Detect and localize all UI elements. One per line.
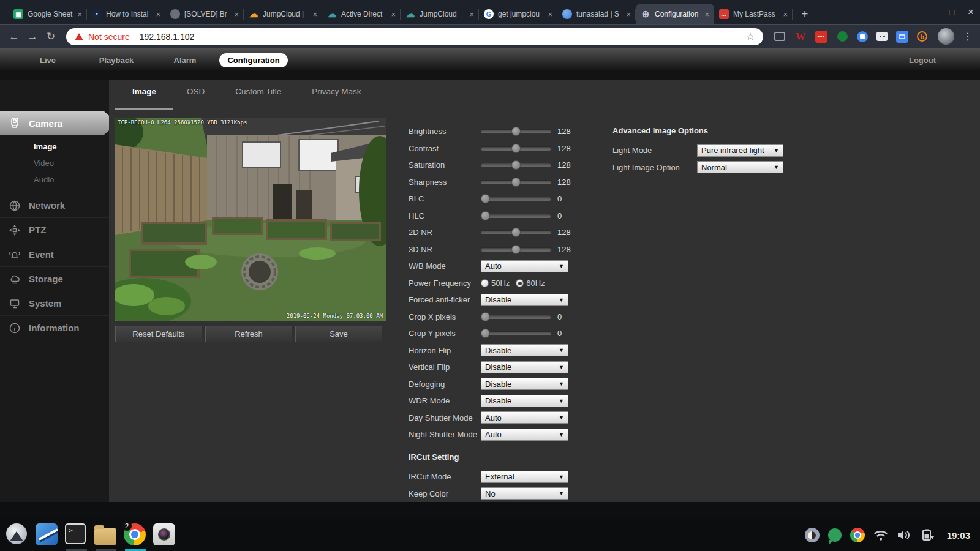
slider-thumb[interactable] bbox=[481, 211, 490, 220]
slider-thumb[interactable] bbox=[511, 178, 521, 187]
close-window-icon[interactable]: × bbox=[968, 6, 974, 18]
url-text[interactable]: 192.168.1.102 bbox=[140, 32, 741, 42]
back-icon[interactable]: ← bbox=[6, 31, 22, 43]
vertical-flip-select[interactable]: Disable▼ bbox=[481, 361, 568, 373]
chrome-tray-icon[interactable] bbox=[850, 528, 865, 542]
logout-button[interactable]: Logout bbox=[909, 48, 936, 72]
crop-y-pixels-slider[interactable] bbox=[481, 329, 551, 338]
keep-color-select[interactable]: No▼ bbox=[481, 487, 568, 500]
slider-thumb[interactable] bbox=[511, 127, 521, 136]
redshift-tray-icon[interactable] bbox=[805, 528, 820, 542]
profile-avatar[interactable] bbox=[938, 28, 954, 45]
forward-icon[interactable]: → bbox=[24, 31, 40, 43]
wdr-mode-select[interactable]: Disable▼ bbox=[481, 395, 568, 407]
tab-close-icon[interactable]: × bbox=[469, 10, 474, 19]
battery-icon[interactable] bbox=[920, 529, 935, 541]
2d-nr-slider[interactable] bbox=[481, 228, 551, 237]
crop-x-pixels-slider[interactable] bbox=[481, 312, 551, 321]
ircut-mode-select[interactable]: External▼ bbox=[481, 471, 568, 483]
wifi-icon[interactable] bbox=[873, 529, 888, 541]
defogging-select[interactable]: Disable▼ bbox=[481, 378, 568, 390]
tab-close-icon[interactable]: × bbox=[234, 10, 239, 19]
not-secure-label[interactable]: Not secure bbox=[88, 32, 130, 42]
browser-tab[interactable]: Gget jumpclou× bbox=[479, 4, 557, 24]
saturation-slider[interactable] bbox=[481, 160, 551, 170]
volume-icon[interactable] bbox=[897, 529, 911, 541]
sidebar-item-system[interactable]: System bbox=[0, 291, 109, 316]
slider-thumb[interactable] bbox=[511, 160, 521, 170]
app-launcher-icon[interactable] bbox=[6, 523, 29, 547]
browser-tab[interactable]: [SOLVED] Br× bbox=[165, 4, 244, 24]
bookmark-star-icon[interactable]: ☆ bbox=[746, 31, 755, 42]
tab-close-icon[interactable]: × bbox=[156, 10, 160, 19]
horizon-flip-select[interactable]: Disable▼ bbox=[481, 344, 568, 356]
radio-option-50hz[interactable]: 50Hz bbox=[481, 279, 510, 288]
tab-close-icon[interactable]: × bbox=[548, 10, 552, 19]
slider-thumb[interactable] bbox=[511, 144, 521, 153]
lastpass-extension-icon[interactable]: ••• bbox=[815, 31, 827, 43]
nav-item-playback[interactable]: Playback bbox=[82, 56, 151, 65]
warning-icon[interactable] bbox=[75, 33, 83, 40]
slider-thumb[interactable] bbox=[511, 228, 521, 237]
chat-tray-icon[interactable] bbox=[828, 528, 842, 542]
b-extension-icon[interactable]: b bbox=[917, 31, 927, 42]
address-bar[interactable]: Not secure 192.168.1.102 ☆ bbox=[66, 28, 763, 45]
tab-custom-title[interactable]: Custom Title bbox=[235, 87, 281, 96]
day-shutter-mode-select[interactable]: Auto▼ bbox=[481, 411, 568, 424]
camera-app-icon[interactable] bbox=[153, 523, 176, 547]
new-tab-button[interactable]: + bbox=[796, 6, 813, 23]
pin-extension-icon[interactable] bbox=[836, 31, 848, 43]
sidebar-subitem-video[interactable]: Video bbox=[34, 155, 109, 171]
tab-close-icon[interactable]: × bbox=[312, 10, 317, 19]
slider-track[interactable] bbox=[481, 214, 551, 218]
reset-defaults-button[interactable]: Reset Defaults bbox=[115, 326, 202, 342]
tab-close-icon[interactable]: × bbox=[391, 10, 396, 19]
nav-item-live[interactable]: Live bbox=[13, 56, 82, 65]
slider-track[interactable] bbox=[481, 331, 551, 335]
browser-tab[interactable]: ⊕Configuration× bbox=[636, 4, 714, 24]
tab-privacy-mask[interactable]: Privacy Mask bbox=[312, 87, 361, 96]
slider-thumb[interactable] bbox=[481, 194, 490, 203]
brightness-slider[interactable] bbox=[481, 127, 551, 136]
sidebar-subitem-audio[interactable]: Audio bbox=[34, 171, 109, 188]
paint-app-icon[interactable] bbox=[36, 523, 59, 547]
tab-close-icon[interactable]: × bbox=[704, 10, 709, 19]
browser-tab[interactable]: ▦Google Sheet× bbox=[9, 4, 87, 24]
browser-tab[interactable]: ☁Active Direct× bbox=[322, 4, 401, 24]
browser-tab[interactable]: ☁JumpCloud |× bbox=[244, 4, 322, 24]
browser-tab[interactable]: ☁JumpCloud× bbox=[401, 4, 479, 24]
w-b-mode-select[interactable]: Auto▼ bbox=[481, 260, 568, 272]
sidebar-subitem-image[interactable]: Image bbox=[34, 138, 109, 155]
slider-thumb[interactable] bbox=[511, 245, 521, 254]
slider-thumb[interactable] bbox=[481, 312, 490, 321]
night-shutter-mode-select[interactable]: Auto▼ bbox=[481, 429, 568, 441]
light-mode-select[interactable]: Pure infrared light▼ bbox=[697, 144, 783, 157]
radio-option-60hz[interactable]: 60Hz bbox=[516, 279, 545, 288]
taskbar-clock[interactable]: 19:03 bbox=[947, 530, 970, 541]
file-manager-icon[interactable] bbox=[94, 523, 118, 547]
refresh-button[interactable]: Refresh bbox=[205, 326, 292, 342]
forced-anti-ficker-select[interactable]: Disable▼ bbox=[481, 294, 568, 306]
browser-tab[interactable]: •How to Instal× bbox=[87, 4, 165, 24]
slider-track[interactable] bbox=[481, 315, 551, 319]
reload-icon[interactable]: ↻ bbox=[43, 30, 59, 43]
sidebar-item-storage[interactable]: Storage bbox=[0, 267, 109, 291]
terminal-app-icon[interactable]: >_ bbox=[65, 523, 88, 547]
browser-tab[interactable]: tunasalad | S× bbox=[557, 4, 636, 24]
contrast-slider[interactable] bbox=[481, 144, 551, 153]
browser-tab[interactable]: …My LastPass× bbox=[714, 4, 793, 24]
blc-slider[interactable] bbox=[481, 194, 551, 203]
radio-icon[interactable] bbox=[516, 279, 524, 287]
sidebar-item-camera[interactable]: Camera bbox=[0, 111, 118, 135]
sharpness-slider[interactable] bbox=[481, 178, 551, 187]
minimize-icon[interactable]: – bbox=[931, 7, 936, 17]
save-button[interactable]: Save bbox=[295, 326, 382, 342]
slider-track[interactable] bbox=[481, 197, 551, 201]
maximize-icon[interactable]: □ bbox=[949, 7, 954, 17]
blue-extension-icon[interactable] bbox=[896, 31, 908, 43]
sidebar-item-ptz[interactable]: PTZ bbox=[0, 218, 109, 242]
wapo-extension-icon[interactable]: W bbox=[794, 31, 807, 43]
tab-close-icon[interactable]: × bbox=[626, 10, 631, 19]
3d-nr-slider[interactable] bbox=[481, 245, 551, 254]
hlc-slider[interactable] bbox=[481, 211, 551, 220]
